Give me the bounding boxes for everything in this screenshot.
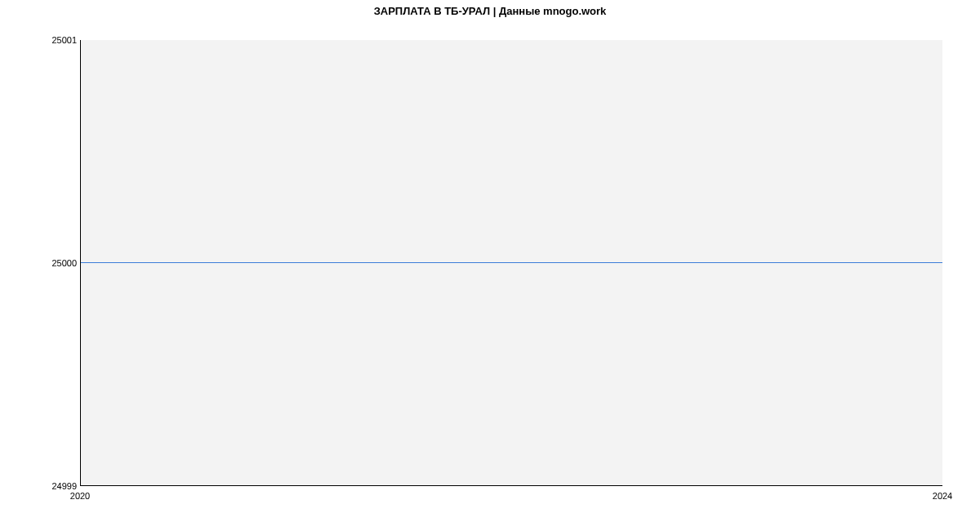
salary-line xyxy=(81,262,942,263)
chart-container: ЗАРПЛАТА В ТБ-УРАЛ | Данные mnogo.work 2… xyxy=(0,0,980,531)
x-tick-left: 2020 xyxy=(70,491,90,501)
x-tick-right: 2024 xyxy=(933,491,952,501)
y-tick-mid: 25000 xyxy=(51,258,77,268)
plot-area xyxy=(80,40,942,486)
chart-title: ЗАРПЛАТА В ТБ-УРАЛ | Данные mnogo.work xyxy=(0,5,980,17)
y-tick-top: 25001 xyxy=(51,35,77,45)
y-tick-bot: 24999 xyxy=(51,481,77,491)
